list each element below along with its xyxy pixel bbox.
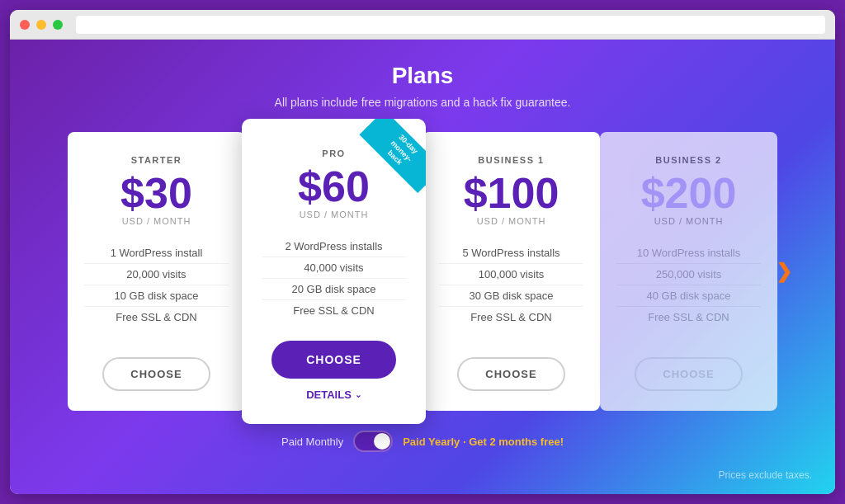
minimize-dot[interactable] xyxy=(36,20,46,30)
ribbon-text: 30-daymoney-back xyxy=(359,119,426,193)
choose-button-pro[interactable]: CHOOSE xyxy=(271,341,396,379)
monthly-label: Paid Monthly xyxy=(281,436,343,448)
page-title: Plans xyxy=(392,63,454,89)
plan-period-business2: USD / MONTH xyxy=(654,216,724,226)
tax-note: Prices exclude taxes. xyxy=(719,469,812,481)
plan-price-business1: $100 xyxy=(464,172,559,214)
yearly-promo: · Get 2 months free! xyxy=(463,436,564,448)
feature-business2-2: 40 GB disk space xyxy=(616,285,761,307)
feature-starter-3: Free SSL & CDN xyxy=(84,307,229,327)
plan-name-pro: PRO xyxy=(322,148,345,158)
plan-name-business1: BUSINESS 1 xyxy=(478,155,544,165)
plan-name-business2: BUSINESS 2 xyxy=(655,155,721,165)
plan-features-starter: 1 WordPress install 20,000 visits 10 GB … xyxy=(84,243,229,337)
billing-toggle-row: Paid Monthly Paid Yearly · Get 2 months … xyxy=(281,431,564,452)
feature-starter-1: 20,000 visits xyxy=(84,264,229,285)
plan-name-starter: STARTER xyxy=(131,155,182,165)
page-content: Plans All plans include free migrations … xyxy=(10,40,835,494)
feature-pro-3: Free SSL & CDN xyxy=(262,300,406,321)
feature-business2-3: Free SSL & CDN xyxy=(616,307,761,327)
plans-container: STARTER $30 USD / MONTH 1 WordPress inst… xyxy=(68,132,777,411)
plan-features-pro: 2 WordPress installs 40,000 visits 20 GB… xyxy=(262,236,406,321)
choose-button-business1[interactable]: CHOOSE xyxy=(457,357,564,391)
plan-period-business1: USD / MONTH xyxy=(477,216,546,226)
chevron-down-icon: ⌄ xyxy=(355,390,361,399)
feature-business1-0: 5 WordPress installs xyxy=(439,243,583,264)
choose-button-starter[interactable]: CHOOSE xyxy=(102,357,210,391)
plan-period-pro: USD / MONTH xyxy=(300,210,369,219)
plan-price-starter: $30 xyxy=(120,172,192,214)
plan-card-pro: 30-daymoney-back PRO $60 USD / MONTH 2 W… xyxy=(242,119,426,424)
yearly-label: Paid Yearly · Get 2 months free! xyxy=(403,436,564,448)
details-label: DETAILS xyxy=(306,389,352,401)
feature-business1-2: 30 GB disk space xyxy=(439,285,583,307)
plan-period-starter: USD / MONTH xyxy=(122,216,191,226)
feature-starter-2: 10 GB disk space xyxy=(84,285,229,307)
close-dot[interactable] xyxy=(20,20,30,30)
feature-starter-0: 1 WordPress install xyxy=(84,243,229,264)
plan-card-business1: BUSINESS 1 $100 USD / MONTH 5 WordPress … xyxy=(422,132,600,411)
browser-window: Plans All plans include free migrations … xyxy=(10,10,835,494)
plan-price-business2: $200 xyxy=(641,172,737,214)
feature-business2-1: 250,000 visits xyxy=(616,264,761,285)
plan-features-business2: 10 WordPress installs 250,000 visits 40 … xyxy=(616,243,761,337)
plan-card-business2: BUSINESS 2 $200 USD / MONTH 10 WordPress… xyxy=(600,132,777,411)
browser-toolbar xyxy=(10,10,835,40)
maximize-dot[interactable] xyxy=(53,20,63,30)
feature-pro-2: 20 GB disk space xyxy=(262,279,406,300)
toggle-knob xyxy=(374,433,390,450)
plan-card-starter: STARTER $30 USD / MONTH 1 WordPress inst… xyxy=(68,132,245,411)
ribbon: 30-daymoney-back xyxy=(352,119,426,193)
choose-button-business2[interactable]: CHOOSE xyxy=(635,357,742,391)
plan-features-business1: 5 WordPress installs 100,000 visits 30 G… xyxy=(439,243,583,337)
feature-business1-3: Free SSL & CDN xyxy=(439,307,583,327)
feature-pro-1: 40,000 visits xyxy=(262,257,406,279)
details-link[interactable]: DETAILS ⌄ xyxy=(306,389,361,401)
feature-pro-0: 2 WordPress installs xyxy=(262,236,406,257)
feature-business1-1: 100,000 visits xyxy=(439,264,583,285)
page-subtitle: All plans include free migrations and a … xyxy=(275,96,571,109)
billing-toggle-switch[interactable] xyxy=(353,431,393,452)
url-bar[interactable] xyxy=(76,16,825,34)
next-arrow[interactable]: ❯ xyxy=(776,260,792,283)
feature-business2-0: 10 WordPress installs xyxy=(616,243,761,264)
